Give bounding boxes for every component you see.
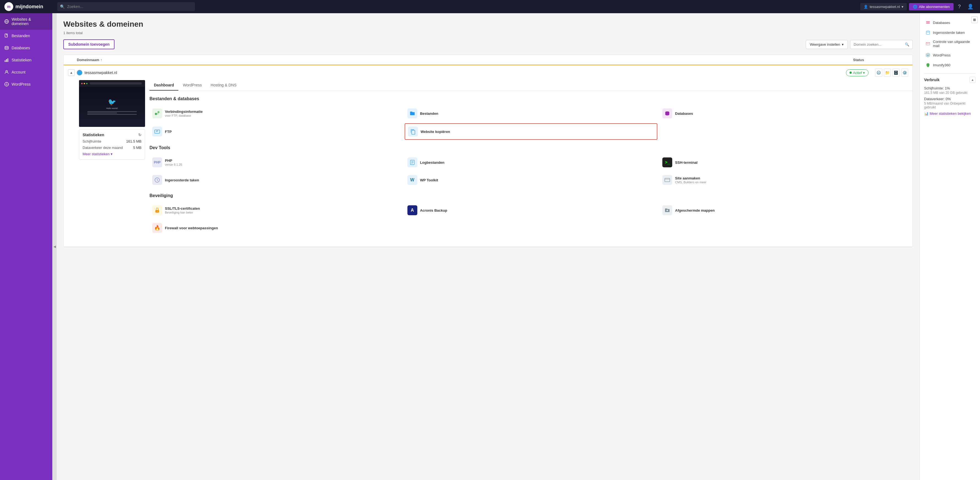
help-button[interactable]: ? xyxy=(956,3,963,11)
more-stats-right-link[interactable]: 📊 Meer statistieken bekijken xyxy=(924,111,975,116)
svg-rect-14 xyxy=(412,130,415,134)
content-area: Websites & domeinen 1 items total Subdom… xyxy=(57,13,980,480)
tool-php[interactable]: PHP PHP versie 8.1.25 xyxy=(150,155,402,170)
tool-logbestanden[interactable]: Logbestanden xyxy=(405,155,658,170)
tool-verbindingsinformatie[interactable]: Verbindingsinformatie voor FTP, database xyxy=(150,106,402,121)
right-item-databases[interactable]: Databases xyxy=(924,17,975,27)
wp-toolkit-icon: W xyxy=(407,175,417,185)
domain-actions: W 📁 🗄️ ⚙️ xyxy=(875,68,908,77)
ingeroosterde-info: Ingeroosterde taken xyxy=(165,178,199,182)
preview-hello: Hello world! xyxy=(106,107,118,110)
sidebar-item-statistieken[interactable]: Statistieken xyxy=(0,54,52,66)
sidebar-item-websites[interactable]: Websites & domeinen xyxy=(0,13,52,30)
beveiliging-title: Beveiliging xyxy=(150,193,913,198)
svg-rect-5 xyxy=(8,58,8,62)
wordpress-action-icon[interactable]: W xyxy=(875,68,882,77)
right-item-mail[interactable]: Controle van uitgaande mail xyxy=(924,37,975,50)
acronis-icon: A xyxy=(407,205,417,215)
tool-ssh-terminal[interactable]: >_ SSH-terminal xyxy=(660,155,913,170)
stats-title-label: Statistieken xyxy=(83,133,104,137)
sidebar-item-bestanden[interactable]: Bestanden xyxy=(0,30,52,42)
tool-wp-toolkit[interactable]: W WP Toolkit xyxy=(405,172,658,188)
domain-search-input[interactable] xyxy=(854,42,903,46)
database-icon xyxy=(5,46,9,50)
sort-icon[interactable]: ↑ xyxy=(100,58,102,62)
col-domain-label: Domeinnaam xyxy=(77,58,99,62)
view-settings-button[interactable]: Weergave instellen ▾ xyxy=(806,40,848,49)
subscriptions-button[interactable]: 🌐 Alle abonnementen xyxy=(909,3,954,10)
tool-databases[interactable]: Databases xyxy=(660,106,913,121)
verbruik-collapse-button[interactable]: ▲ xyxy=(970,77,975,83)
add-subdomain-button[interactable]: Subdomein toevoegen xyxy=(63,39,115,49)
preview-content: 🐦 Hello world! xyxy=(79,87,145,127)
files-action-icon[interactable]: 📁 xyxy=(884,68,891,77)
tab-wordpress[interactable]: WordPress xyxy=(178,80,206,91)
account-button[interactable]: 👤 tessasmwpakket.nl ▾ xyxy=(860,3,907,10)
domain-collapse-button[interactable]: ▲ xyxy=(68,69,75,76)
user-icon xyxy=(5,70,9,74)
more-action-icon[interactable]: ⚙️ xyxy=(901,68,908,77)
stats-title: Statistieken ↻ xyxy=(83,133,142,137)
more-stats-link[interactable]: Meer statistieken ▾ xyxy=(83,152,142,156)
bestanden-icon xyxy=(407,108,417,118)
right-item-ingeroosterde[interactable]: Ingeroosterde taken xyxy=(924,27,975,37)
search-input[interactable] xyxy=(57,2,195,11)
toggle-view-icon[interactable]: ⊞ xyxy=(971,16,978,23)
tool-site-aanmaken[interactable]: Site aanmaken CMS, Builders en meer xyxy=(660,172,913,188)
user-button[interactable]: 👤 xyxy=(965,3,975,11)
dataverkeer-detail-label: 5 MB/maand van Onbeperkt gebruikt xyxy=(924,102,975,109)
subscriptions-label: Alle abonnementen xyxy=(919,5,950,9)
sidebar-item-databases[interactable]: Databases xyxy=(0,42,52,54)
site-preview-image: 🐦 Hello world! xyxy=(79,80,145,127)
svg-rect-23 xyxy=(926,31,930,34)
ssl-info: SSL/TLS-certificaten Beveiliging kan bet… xyxy=(165,207,200,214)
tab-dashboard-label: Dashboard xyxy=(154,83,174,87)
svg-rect-10 xyxy=(155,113,157,115)
tool-acronis[interactable]: A Acronis Backup xyxy=(405,203,658,218)
preview-bird: 🐦 xyxy=(108,98,116,106)
preview-line-2 xyxy=(87,113,117,113)
right-item-wordpress[interactable]: W WordPress xyxy=(924,50,975,60)
tool-afgeschermde-mappen[interactable]: Afgeschermde mappen xyxy=(660,203,913,218)
tool-ingeroosterde-taken[interactable]: Ingeroosterde taken xyxy=(150,172,402,188)
right-ingeroosterde-icon xyxy=(925,30,931,35)
tab-hosting-dns[interactable]: Hosting & DNS xyxy=(206,80,241,91)
view-settings-label: Weergave instellen xyxy=(810,42,840,46)
site-aanmaken-info: Site aanmaken CMS, Builders en meer xyxy=(675,176,706,184)
stats-box: Statistieken ↻ Schijfruimte 161.5 MB Dat… xyxy=(79,129,145,160)
refresh-icon[interactable]: ↻ xyxy=(138,133,142,137)
status-badge[interactable]: Actief ▾ xyxy=(846,69,869,76)
svg-point-2 xyxy=(5,46,8,47)
tab-dashboard[interactable]: Dashboard xyxy=(150,80,178,91)
search-icon: 🔍 xyxy=(60,5,65,9)
domain-row-header: ▲ 🌐 tessasmwpakket.nl Actief ▾ xyxy=(64,65,913,80)
tool-bestanden[interactable]: Bestanden xyxy=(405,106,658,121)
schijfruimte-detail-label: 161.5 MB van 20 GB gebruikt xyxy=(924,91,975,95)
toggle-view-button[interactable]: ⊞ xyxy=(971,16,978,23)
chevron-down-icon: ▾ xyxy=(902,5,904,9)
right-imunify-icon xyxy=(925,62,931,68)
verbruik-title-label: Verbruik xyxy=(924,78,940,82)
right-item-imunify[interactable]: Imunify360 xyxy=(924,60,975,70)
tool-ssl[interactable]: SSL/TLS-certificaten Beveiliging kan bet… xyxy=(150,203,402,218)
bestanden-info: Bestanden xyxy=(420,111,438,116)
php-desc: versie 8.1.25 xyxy=(165,163,182,166)
right-ingeroosterde-label: Ingeroosterde taken xyxy=(933,30,965,35)
col-status: Status xyxy=(853,58,908,62)
tool-ftp[interactable]: FTP xyxy=(150,123,402,140)
databases-info: Databases xyxy=(675,111,693,116)
svg-rect-22 xyxy=(926,22,930,24)
svg-rect-4 xyxy=(6,59,7,62)
tool-website-kopieren[interactable]: Website kopiëren xyxy=(405,123,658,140)
domain-table: Domeinnaam ↑ Status ▲ 🌐 tessasmwpakket.n… xyxy=(63,55,913,247)
sidebar-toggle[interactable]: ◀ xyxy=(52,13,57,480)
sidebar-item-account[interactable]: Account xyxy=(0,66,52,78)
status-dot xyxy=(850,72,852,74)
sidebar-item-wordpress[interactable]: WordPress xyxy=(0,78,52,90)
ftp-icon xyxy=(152,127,162,137)
database-action-icon[interactable]: 🗄️ xyxy=(892,68,900,77)
tab-wordpress-label: WordPress xyxy=(183,83,202,87)
tool-firewall[interactable]: 🔥 Firewall voor webtoepassingen xyxy=(150,220,402,235)
schijfruimte-label: Schijfruimte xyxy=(83,139,101,143)
verbindingsinformatie-name: Verbindingsinformatie xyxy=(165,110,203,114)
